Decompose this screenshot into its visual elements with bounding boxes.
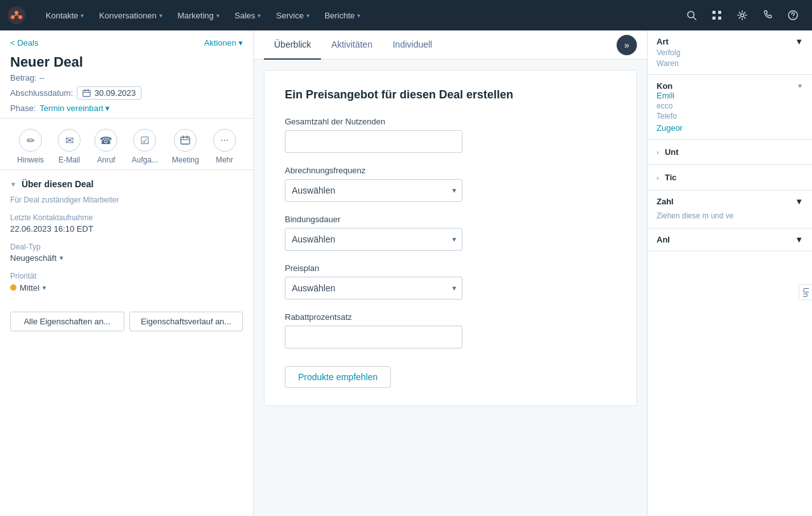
more-icon: ··· — [213, 129, 236, 152]
bindungsdauer-label: Bindungsdauer — [285, 215, 616, 224]
kontakt-section-header[interactable]: Kon ▼ — [657, 81, 803, 91]
apps-button[interactable] — [705, 4, 728, 27]
deal-date-row: Abschlussdatum: 30.09.2023 — [10, 86, 243, 100]
email-icon: ✉ — [58, 129, 81, 152]
anl-section-header[interactable]: Anl ▼ — [657, 235, 803, 244]
nav-marketing[interactable]: Marketing ▾ — [170, 0, 227, 30]
tic-section[interactable]: › Tic — [648, 165, 812, 190]
email-button[interactable]: ✉ E-Mail — [58, 129, 81, 164]
gesamtzahl-input[interactable] — [285, 130, 462, 153]
chevron-down-icon: ▾ — [81, 12, 84, 19]
mehr-button[interactable]: ··· Mehr — [213, 129, 236, 164]
waren-label: Waren — [657, 59, 803, 68]
main-content: Überblick Aktivitäten Individuell » Ein … — [254, 30, 647, 516]
rabattprozentsatz-label: Rabattprozentsatz — [285, 312, 616, 322]
chevron-down-icon: ▼ — [795, 197, 803, 206]
verfolg-label: Verfolg — [657, 48, 803, 57]
mitarbeiter-field: Für Deal zuständiger Mitarbeiter — [10, 195, 243, 204]
nav-konversationen[interactable]: Konversationen ▾ — [91, 0, 169, 30]
prioritat-badge: Mittel ▾ — [10, 283, 46, 293]
preisplan-field: Preisplan Auswählen ▾ — [285, 263, 616, 300]
tab-individuell[interactable]: Individuell — [383, 30, 442, 60]
hinweis-button[interactable]: ✏ Hinweis — [17, 129, 44, 164]
zugeordnet-link[interactable]: Zugeor — [657, 123, 803, 133]
deal-header: < Deals Aktionen ▾ Neuer Deal Betrag: --… — [0, 30, 253, 119]
un-badge[interactable]: Un — [799, 284, 812, 300]
action-buttons-row: ✏ Hinweis ✉ E-Mail ☎ Anruf ☑ Aufga... — [0, 119, 253, 170]
quote-form: Ein Preisangebot für diesen Deal erstell… — [264, 70, 637, 406]
nav-right-icons — [680, 4, 804, 27]
phone-button[interactable] — [756, 4, 779, 27]
zahl-section-header[interactable]: Zahl ▼ — [657, 197, 803, 206]
tab-expand-button[interactable]: » — [617, 35, 637, 55]
deal-phase-row: Phase: Termin vereinbart ▾ — [10, 103, 243, 113]
abrechnungsfrequenz-wrapper: Auswählen ▾ — [285, 179, 462, 202]
tab-aktivitaten[interactable]: Aktivitäten — [321, 30, 383, 60]
nav-service[interactable]: Service ▾ — [268, 0, 317, 30]
chevron-down-icon: ▼ — [795, 235, 803, 244]
hinweis-icon: ✏ — [19, 129, 42, 152]
gesamtzahl-label: Gesamtzahl der Nutzenden — [285, 117, 616, 126]
preisplan-select[interactable]: Auswählen — [285, 277, 462, 300]
rabattprozentsatz-input[interactable] — [285, 326, 462, 348]
svg-rect-10 — [712, 17, 716, 20]
abrechnungsfrequenz-label: Abrechnungsfrequenz — [285, 166, 616, 175]
anl-section: Anl ▼ — [648, 228, 812, 251]
zahl-content: Ziehen diese m und ve — [657, 210, 803, 222]
art-section-header[interactable]: Art ▼ — [657, 37, 803, 46]
abrechnungsfrequenz-field: Abrechnungsfrequenz Auswählen ▾ — [285, 166, 616, 202]
mitarbeiter-label: Für Deal zuständiger Mitarbeiter — [10, 195, 243, 204]
tab-uberblick[interactable]: Überblick — [264, 30, 321, 60]
bindungsdauer-field: Bindungsdauer Auswählen ▾ — [285, 215, 616, 251]
deal-amount: Betrag: -- — [10, 73, 243, 83]
task-icon: ☑ — [133, 129, 156, 152]
anruf-button[interactable]: ☎ Anruf — [95, 129, 117, 164]
prioritat-field: Priorität Mittel ▾ — [10, 272, 243, 293]
help-button[interactable] — [782, 4, 804, 27]
chevron-down-icon: ▼ — [797, 83, 803, 89]
meeting-button[interactable]: Meeting — [172, 129, 199, 164]
svg-point-14 — [792, 17, 794, 18]
eigenschaftsverlauf-button[interactable]: Eigenschaftsverlauf an... — [129, 312, 244, 331]
svg-rect-15 — [83, 90, 90, 96]
prioritat-dropdown[interactable]: ▾ — [43, 284, 46, 292]
art-section: Art ▼ Verfolg Waren — [648, 30, 812, 75]
actions-dropdown[interactable]: Aktionen ▾ — [204, 38, 243, 48]
dealtyp-field: Deal-Typ Neugeschäft ▾ — [10, 242, 243, 263]
svg-rect-9 — [718, 11, 721, 14]
breadcrumb-deals[interactable]: < Deals — [10, 38, 38, 48]
bindungsdauer-select[interactable]: Auswählen — [285, 228, 462, 251]
abrechnungsfrequenz-select[interactable]: Auswählen — [285, 179, 462, 202]
priority-dot — [10, 284, 16, 291]
hubspot-logo[interactable] — [8, 6, 25, 24]
phone-icon: ☎ — [95, 129, 117, 152]
bindungsdauer-wrapper: Auswählen ▾ — [285, 228, 462, 251]
quote-form-title: Ein Preisangebot für diesen Deal erstell… — [285, 88, 616, 102]
contact-telefon: Telefo — [657, 112, 803, 121]
produkte-empfehlen-button[interactable]: Produkte empfehlen — [285, 366, 391, 388]
settings-button[interactable] — [731, 4, 754, 27]
nav-berichte[interactable]: Berichte ▾ — [317, 0, 369, 30]
deal-title: Neuer Deal — [10, 54, 243, 70]
svg-rect-19 — [181, 137, 190, 144]
about-section: ▼ Über diesen Deal Für Deal zuständiger … — [0, 170, 253, 301]
chevron-down-icon: ▾ — [159, 12, 162, 19]
preisplan-label: Preisplan — [285, 263, 616, 273]
contact-name-link[interactable]: Emili — [657, 91, 803, 100]
dealtyp-dropdown[interactable]: ▾ — [60, 254, 63, 262]
search-button[interactable] — [680, 4, 703, 27]
unt-section[interactable]: › Unt — [648, 140, 812, 165]
svg-line-7 — [693, 17, 696, 20]
alle-eigenschaften-button[interactable]: Alle Eigenschaften an... — [10, 312, 124, 331]
nav-sales[interactable]: Sales ▾ — [227, 0, 269, 30]
deal-phase-badge[interactable]: Termin vereinbart ▾ — [39, 103, 109, 113]
about-section-header[interactable]: ▼ Über diesen Deal — [10, 170, 243, 195]
deal-date-input[interactable]: 30.09.2023 — [77, 86, 141, 100]
kontakt-section: Kon ▼ Emili ecco Telefo Zugeor — [648, 75, 812, 140]
chevron-down-icon: ▼ — [10, 181, 16, 188]
top-navigation: Kontakte ▾ Konversationen ▾ Marketing ▾ … — [0, 0, 812, 30]
chevron-down-icon: ▼ — [795, 37, 803, 46]
svg-rect-11 — [718, 17, 721, 20]
nav-kontakte[interactable]: Kontakte ▾ — [38, 0, 91, 30]
aufgabe-button[interactable]: ☑ Aufga... — [132, 129, 158, 164]
